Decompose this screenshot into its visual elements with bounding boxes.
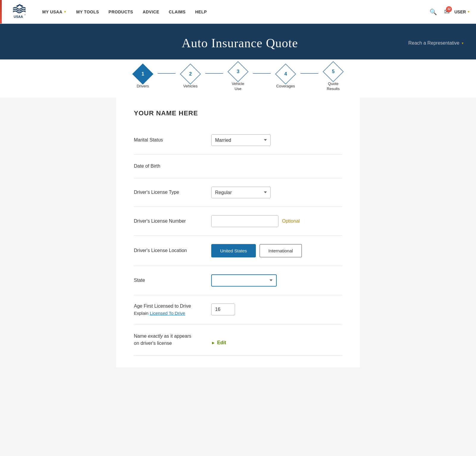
nav-help[interactable]: HELP — [190, 0, 212, 24]
international-button[interactable]: International — [259, 244, 302, 257]
step-3-diamond: 3 — [228, 61, 249, 82]
license-number-input[interactable] — [211, 215, 278, 227]
licensed-to-drive-link[interactable]: Licensed To Drive — [150, 311, 185, 316]
license-number-label: Driver's License Number — [134, 218, 211, 224]
page-title: Auto Insurance Quote — [71, 36, 408, 50]
nav-products[interactable]: PRODUCTS — [104, 0, 138, 24]
date-of-birth-row: Date of Birth — [134, 155, 342, 178]
step-3-vehicle-use[interactable]: 3 VehicleUse — [223, 64, 253, 92]
mail-badge: 32 — [446, 6, 452, 12]
license-number-row: Driver's License Number Optional — [134, 207, 342, 236]
marital-status-label: Marital Status — [134, 137, 211, 143]
user-menu[interactable]: USER ▼ — [454, 10, 470, 14]
age-licensed-row: Age First Licensed to Drive Explain Lice… — [134, 295, 342, 324]
usaa-logo: USAA ® — [11, 3, 29, 21]
my-usaa-chevron-icon: ▼ — [64, 10, 67, 13]
name-on-license-row: Name exactly as it appears on driver's l… — [134, 324, 342, 356]
step-1-number: 1 — [142, 71, 144, 77]
marital-status-row: Marital Status Single Married Divorced W… — [134, 126, 342, 155]
step-connector-4-5 — [300, 73, 318, 74]
state-select[interactable]: Alabama Alaska Arizona Arkansas Californ… — [211, 274, 277, 287]
marital-status-control: Single Married Divorced Widowed Separate… — [211, 134, 342, 146]
name-on-license-label: Name exactly as it appears on driver's l… — [134, 333, 211, 347]
steps-bar: 1 Drivers 2 Vehicles 3 VehicleUse 4 Cove… — [0, 59, 476, 98]
step-connector-3-4 — [253, 73, 271, 74]
age-licensed-label-stack: Age First Licensed to Drive Explain Lice… — [134, 304, 211, 316]
banner-center: Auto Insurance Quote — [71, 36, 408, 50]
step-4-label: Coverages — [276, 84, 295, 89]
step-5-label: QuoteResults — [327, 81, 339, 92]
state-control: Alabama Alaska Arizona Arkansas Californ… — [211, 274, 342, 287]
reach-representative-button[interactable]: Reach a Representative ▼ — [408, 40, 464, 46]
step-connector-1-2 — [158, 73, 176, 74]
nav-advice[interactable]: ADVICE — [138, 0, 164, 24]
step-2-diamond: 2 — [180, 64, 201, 85]
age-licensed-input[interactable] — [211, 304, 235, 315]
age-licensed-label: Age First Licensed to Drive — [134, 304, 211, 309]
svg-text:®: ® — [24, 14, 26, 16]
edit-chevron-icon: ► — [211, 340, 215, 345]
step-2-number: 2 — [189, 71, 192, 77]
explain-licensed-label: Explain Licensed To Drive — [134, 311, 211, 316]
license-number-control: Optional — [211, 215, 342, 227]
optional-label: Optional — [282, 218, 300, 224]
age-licensed-control — [211, 304, 342, 316]
nav-right: 🔍 ✉ 32 USER ▼ — [427, 6, 470, 18]
logo-area[interactable]: USAA ® — [11, 3, 29, 21]
license-location-label: Driver's License Location — [134, 248, 211, 253]
united-states-button[interactable]: United States — [211, 244, 256, 257]
license-type-control: Regular Commercial Learner's Permit Othe… — [211, 187, 342, 198]
name-edit-area: ► Edit — [211, 333, 342, 347]
step-1-drivers[interactable]: 1 Drivers — [128, 67, 158, 89]
step-connector-2-3 — [205, 73, 223, 74]
step-4-number: 4 — [284, 71, 287, 77]
page-banner: Auto Insurance Quote Reach a Representat… — [0, 24, 476, 59]
step-1-label: Drivers — [137, 84, 149, 89]
step-1-diamond: 1 — [132, 64, 154, 85]
search-icon[interactable]: 🔍 — [427, 6, 439, 18]
nav-my-usaa[interactable]: MY USAA ▼ — [37, 0, 71, 24]
step-3-number: 3 — [237, 69, 239, 74]
svg-text:USAA: USAA — [14, 15, 23, 18]
step-5-number: 5 — [332, 69, 335, 74]
reach-rep-chevron-icon: ▼ — [461, 42, 464, 45]
step-5-diamond: 5 — [323, 61, 344, 82]
nav-claims[interactable]: CLAIMS — [164, 0, 190, 24]
state-label: State — [134, 278, 211, 283]
nav-my-tools[interactable]: MY TOOLS — [71, 0, 104, 24]
state-row: State Alabama Alaska Arizona Arkansas Ca… — [134, 266, 342, 295]
nav-links: MY USAA ▼ MY TOOLS PRODUCTS ADVICE CLAIM… — [37, 0, 427, 24]
license-type-label: Driver's License Type — [134, 190, 211, 195]
step-4-coverages[interactable]: 4 Coverages — [271, 67, 300, 89]
step-2-vehicles[interactable]: 2 Vehicles — [176, 67, 205, 89]
step-4-diamond: 4 — [275, 64, 296, 85]
form-container: YOUR NAME HERE Marital Status Single Mar… — [116, 98, 360, 367]
license-location-control: United States International — [211, 244, 342, 257]
step-3-label: VehicleUse — [232, 81, 244, 92]
left-accent — [0, 0, 2, 23]
license-type-select[interactable]: Regular Commercial Learner's Permit Othe… — [211, 187, 271, 198]
edit-button[interactable]: ► Edit — [211, 340, 226, 345]
marital-status-select[interactable]: Single Married Divorced Widowed Separate… — [211, 134, 271, 146]
navigation-bar: USAA ® MY USAA ▼ MY TOOLS PRODUCTS ADVIC… — [0, 0, 476, 24]
license-location-row: Driver's License Location United States … — [134, 236, 342, 266]
date-of-birth-label: Date of Birth — [134, 163, 211, 169]
license-type-row: Driver's License Type Regular Commercial… — [134, 178, 342, 207]
driver-section-name: YOUR NAME HERE — [134, 109, 342, 117]
mail-button[interactable]: ✉ 32 — [444, 8, 450, 16]
name-on-license-label-area: Name exactly as it appears on driver's l… — [134, 333, 211, 347]
step-2-label: Vehicles — [183, 84, 198, 89]
user-chevron-icon: ▼ — [467, 10, 470, 13]
step-5-quote-results[interactable]: 5 QuoteResults — [318, 64, 348, 92]
